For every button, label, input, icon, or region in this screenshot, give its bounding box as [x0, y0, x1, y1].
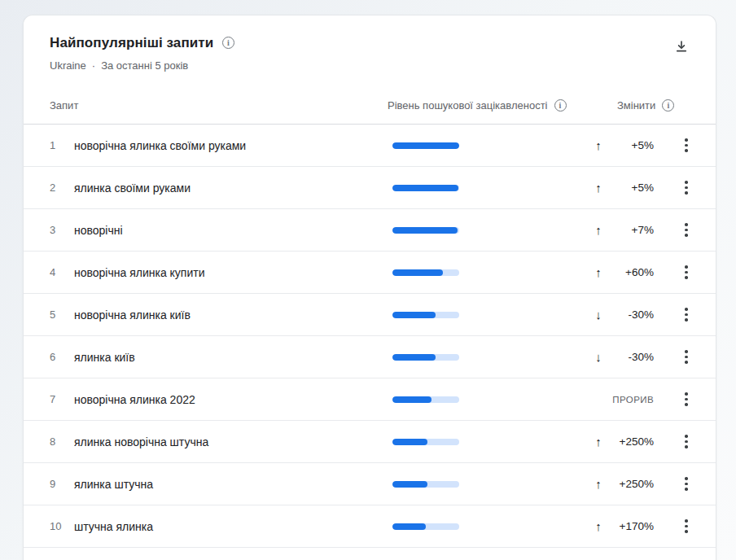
- subtitle-period: За останні 5 років: [101, 59, 188, 72]
- row-query-text[interactable]: ялинка штучна: [74, 478, 392, 491]
- interest-bar-fill: [392, 227, 458, 234]
- interest-bar-fill: [392, 269, 443, 276]
- up-arrow-icon: ↑: [592, 265, 605, 279]
- interest-info-icon[interactable]: [554, 99, 567, 112]
- table-row[interactable]: 9 ялинка штучна ↑ +250%: [24, 463, 716, 505]
- download-button[interactable]: [668, 33, 694, 59]
- interest-bar-track: [392, 269, 459, 276]
- row-query-text[interactable]: штучна ялинка: [74, 520, 392, 533]
- table-row[interactable]: 10 штучна ялинка ↑ +170%: [24, 505, 716, 548]
- interest-bar-track: [392, 523, 459, 530]
- more-options-button[interactable]: [677, 178, 696, 198]
- row-rank: 8: [50, 435, 74, 448]
- more-options-button[interactable]: [677, 390, 696, 409]
- row-rank: 10: [50, 520, 74, 532]
- row-change-cell: ↓ -30%: [459, 305, 696, 325]
- row-change-cell: ↑ +170%: [459, 517, 696, 536]
- row-rank: 7: [50, 393, 74, 405]
- row-query-text[interactable]: ялинка своїми руками: [74, 182, 392, 195]
- column-header-query: Запит: [50, 87, 78, 124]
- row-change-cell: ПРОРИВ: [459, 390, 696, 409]
- change-value: +5%: [608, 139, 654, 151]
- up-arrow-icon: ↑: [592, 138, 605, 152]
- row-change-cell: ↑ +250%: [459, 432, 696, 452]
- interest-bar-fill: [392, 439, 427, 445]
- change-value: +250%: [608, 435, 654, 448]
- subtitle-separator: ·: [92, 59, 95, 72]
- down-arrow-icon: ↓: [592, 350, 605, 364]
- interest-bar-track: [392, 481, 459, 488]
- interest-bar-track: [392, 354, 459, 361]
- card-header: Найпопулярніші запити Ukraine · За остан…: [24, 15, 716, 87]
- change-value: +170%: [608, 520, 654, 532]
- table-row[interactable]: 8 ялинка новорічна штучна ↑ +250%: [24, 421, 716, 463]
- download-icon: [674, 39, 689, 54]
- table-body: 1 новорічна ялинка своїми руками ↑ +5% 2…: [24, 125, 716, 548]
- up-arrow-icon: ↑: [592, 477, 605, 491]
- more-options-button[interactable]: [677, 263, 696, 282]
- row-change-cell: ↑ +250%: [459, 475, 696, 494]
- more-options-button[interactable]: [677, 348, 696, 367]
- interest-bar-fill: [392, 142, 459, 149]
- row-rank: 5: [50, 308, 74, 321]
- row-change-cell: ↑ +60%: [459, 263, 696, 282]
- interest-bar-track: [392, 185, 459, 191]
- change-value: +60%: [608, 266, 654, 278]
- interest-bar-fill: [392, 523, 426, 530]
- more-options-button[interactable]: [677, 221, 696, 240]
- title-info-icon[interactable]: [222, 37, 234, 49]
- row-rank: 1: [50, 139, 74, 151]
- row-rank: 2: [50, 182, 74, 194]
- table-row[interactable]: 3 новорічні ↑ +7%: [24, 209, 716, 252]
- interest-bar-fill: [392, 312, 436, 318]
- change-value: -30%: [608, 351, 654, 363]
- up-arrow-icon: ↑: [592, 435, 605, 448]
- interest-bar-track: [392, 439, 459, 445]
- row-change-cell: ↑ +5%: [459, 178, 696, 198]
- more-options-button[interactable]: [677, 136, 696, 155]
- interest-bar-fill: [392, 354, 436, 361]
- row-query-text[interactable]: новорічна ялинка купити: [74, 266, 392, 279]
- row-query-text[interactable]: новорічна ялинка своїми руками: [74, 139, 392, 152]
- change-value: +7%: [608, 224, 654, 236]
- row-query-text[interactable]: новорічна ялинка київ: [74, 308, 392, 322]
- interest-bar-track: [392, 142, 459, 149]
- table-row[interactable]: 7 новорічна ялинка 2022 ПРОРИВ: [24, 378, 716, 421]
- row-rank: 4: [50, 266, 74, 278]
- table-header: Запит Рівень пошукової зацікавленості Зм…: [24, 87, 716, 125]
- change-value: +5%: [608, 182, 654, 194]
- up-arrow-icon: ↑: [592, 223, 605, 237]
- change-info-icon[interactable]: [662, 99, 674, 112]
- table-row[interactable]: 1 новорічна ялинка своїми руками ↑ +5%: [24, 125, 716, 167]
- up-arrow-icon: ↑: [592, 181, 605, 195]
- row-rank: 9: [50, 478, 74, 490]
- interest-bar-fill: [392, 185, 458, 191]
- more-options-button[interactable]: [677, 432, 696, 452]
- row-query-text[interactable]: ялинка київ: [74, 351, 392, 364]
- column-header-interest: Рівень пошукової зацікавленості: [388, 87, 567, 124]
- table-row[interactable]: 2 ялинка своїми руками ↑ +5%: [24, 167, 716, 209]
- interest-bar-track: [392, 396, 459, 403]
- page-title: Найпопулярніші запити: [50, 35, 213, 51]
- change-value: ПРОРИВ: [608, 395, 654, 405]
- subtitle-region: Ukraine: [50, 59, 86, 72]
- change-value: +250%: [608, 478, 654, 490]
- row-change-cell: ↑ +5%: [459, 136, 696, 155]
- interest-bar-fill: [392, 396, 432, 403]
- down-arrow-icon: ↓: [592, 308, 605, 322]
- row-query-text[interactable]: ялинка новорічна штучна: [74, 435, 392, 448]
- column-header-change: Змінити: [617, 87, 674, 124]
- row-rank: 3: [50, 224, 74, 236]
- more-options-button[interactable]: [677, 305, 696, 325]
- more-options-button[interactable]: [677, 475, 696, 494]
- up-arrow-icon: ↑: [592, 519, 605, 533]
- table-row[interactable]: 4 новорічна ялинка купити ↑ +60%: [24, 252, 716, 294]
- row-rank: 6: [50, 351, 74, 363]
- interest-bar-track: [392, 227, 459, 234]
- row-query-text[interactable]: новорічні: [74, 224, 392, 237]
- table-row[interactable]: 5 новорічна ялинка київ ↓ -30%: [24, 294, 716, 336]
- table-row[interactable]: 6 ялинка київ ↓ -30%: [24, 336, 716, 378]
- change-value: -30%: [608, 308, 654, 321]
- more-options-button[interactable]: [677, 517, 696, 536]
- row-query-text[interactable]: новорічна ялинка 2022: [74, 393, 392, 406]
